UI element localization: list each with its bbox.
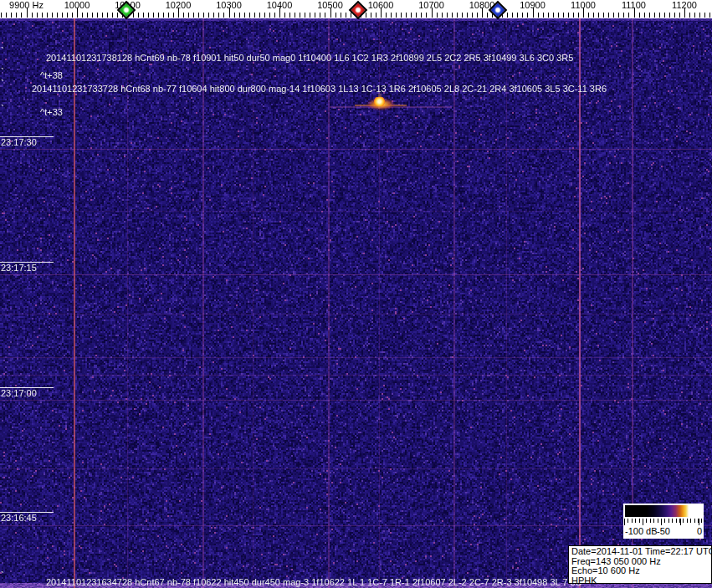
echo-core — [374, 97, 385, 106]
ruler-tick-label: 10900 — [520, 0, 546, 11]
grid-line-vertical — [202, 18, 204, 588]
legend-label-mid: -50 — [657, 526, 670, 537]
grid-line-vertical — [632, 18, 633, 588]
legend-label-max: 0 — [697, 526, 702, 537]
grid-line-vertical — [127, 18, 128, 588]
time-label: 23:17:30 — [1, 137, 37, 148]
grid-line-vertical — [579, 18, 581, 588]
time-label: 23:17:15 — [1, 263, 37, 274]
grid-line-horizontal — [0, 525, 712, 526]
detection-log-line: 20141101231733728 hCnt68 nb-77 f10604 hi… — [32, 84, 607, 94]
status-info-box: Date=2014-11-01 Time=22:17 UTC Freq=143 … — [568, 545, 712, 584]
grid-line-vertical — [328, 18, 330, 588]
legend-label-min: -100 dB — [625, 526, 658, 537]
info-callsign: HPHK — [571, 576, 711, 585]
info-date-time: Date=2014-11-01 Time=22:17 UTC — [571, 547, 711, 557]
grid-line-horizontal — [0, 274, 712, 275]
time-label: 23:16:45 — [1, 513, 37, 524]
event-tick-mark: ` — [1, 106, 4, 113]
detection-log-line: ^t+38 — [40, 70, 63, 80]
legend-major-ticks — [624, 519, 703, 525]
ruler-tick-label: 10300 — [216, 0, 242, 11]
detection-log-line: 20141101231738128 hCnt69 nb-78 f10901 hi… — [46, 53, 573, 63]
ruler-tick-label: 9900 Hz — [9, 0, 44, 11]
ruler-tick-label: 10500 — [317, 0, 343, 11]
grid-line-horizontal — [0, 314, 712, 314]
event-tick-mark: ` — [1, 69, 4, 76]
color-scale-ruler: -100 dB -50 0 — [623, 519, 704, 539]
color-scale-gradient — [623, 504, 704, 519]
grid-line-vertical — [506, 18, 507, 588]
detection-log-line: ^t+33 — [40, 107, 63, 117]
event-tick-mark: ` — [1, 573, 4, 580]
grid-line-horizontal — [0, 149, 712, 150]
event-tick-mark: ` — [1, 49, 4, 55]
color-scale-legend: -100 dB -50 0 — [623, 504, 705, 539]
ruler-tick-label: 11100 — [622, 0, 646, 11]
time-label: 23:17:00 — [1, 388, 37, 399]
ruler-tick-label: 10200 — [166, 0, 192, 11]
ruler-tick-label: 10000 — [64, 0, 90, 11]
ruler-tick-label: 10400 — [267, 0, 293, 11]
grid-line-vertical — [253, 18, 254, 588]
ruler-tick-label: 11000 — [571, 0, 596, 11]
grid-line-horizontal — [0, 357, 712, 358]
detection-log-line: 20141101231634728 hCnt67 nb-78 f10622 hi… — [46, 577, 582, 587]
meteor-spectrogram-app: 20141101231738128 hCnt69 nb-78 f10901 hi… — [0, 0, 712, 588]
ruler-tick-label: 11200 — [672, 0, 697, 11]
info-echo: Echo=10 600 Hz — [571, 566, 711, 576]
event-tick-mark: ` — [1, 81, 4, 88]
grid-line-vertical — [453, 18, 455, 588]
grid-line-vertical — [74, 18, 75, 588]
grid-line-horizontal — [0, 468, 712, 469]
grid-line-horizontal — [0, 211, 712, 212]
grid-line-horizontal — [0, 375, 712, 376]
frequency-ruler[interactable]: 9900 Hz100001010010200103001040010500106… — [0, 0, 712, 18]
ruler-tick-label: 10600 — [368, 0, 394, 11]
ruler-tick-label: 10700 — [418, 0, 444, 11]
grid-line-horizontal — [0, 400, 712, 401]
